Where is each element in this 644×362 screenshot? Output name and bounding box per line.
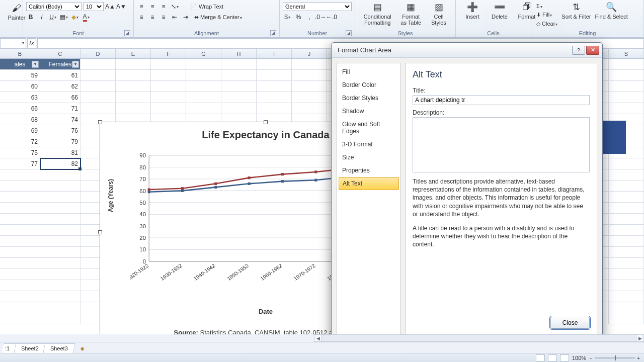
cell[interactable]	[292, 59, 327, 70]
cell[interactable]	[151, 81, 186, 92]
cell[interactable]	[609, 236, 644, 247]
cell[interactable]	[609, 214, 644, 225]
cell[interactable]	[0, 169, 40, 180]
cell[interactable]	[609, 302, 644, 313]
cell[interactable]	[221, 70, 257, 81]
autosum-button[interactable]: Σ▾	[534, 2, 559, 10]
cell[interactable]	[609, 70, 644, 81]
cell[interactable]	[257, 59, 292, 70]
cell[interactable]: 79	[40, 136, 80, 147]
zoom-slider[interactable]	[595, 357, 635, 359]
cell[interactable]	[221, 59, 257, 70]
align-right-button[interactable]: ≡	[159, 13, 168, 22]
cell[interactable]	[80, 92, 116, 103]
column-header[interactable]: I	[257, 49, 292, 58]
cell[interactable]	[609, 313, 644, 324]
cell[interactable]	[609, 291, 644, 302]
cell[interactable]	[186, 103, 221, 114]
cell[interactable]: 71	[40, 103, 80, 114]
scroll-right-button[interactable]: ▶	[636, 334, 644, 342]
cell[interactable]	[40, 247, 80, 258]
cell[interactable]: 60	[0, 81, 40, 92]
cell[interactable]: 69	[0, 125, 40, 136]
filter-dropdown-icon[interactable]: ▾	[72, 61, 79, 68]
column-header[interactable]: C	[40, 49, 80, 58]
cell[interactable]	[151, 70, 186, 81]
name-box[interactable]: ▾	[0, 38, 26, 48]
cell[interactable]	[221, 103, 257, 114]
cell[interactable]	[0, 225, 40, 236]
merge-center-button[interactable]: ⬌ Merge & Center▾	[192, 13, 244, 22]
cell[interactable]: 63	[0, 92, 40, 103]
cell[interactable]	[609, 225, 644, 236]
cell[interactable]	[257, 70, 292, 81]
cell[interactable]	[151, 92, 186, 103]
cell[interactable]	[116, 70, 151, 81]
cell[interactable]	[40, 180, 80, 192]
cell[interactable]	[40, 280, 80, 291]
column-header[interactable]: S	[609, 49, 644, 58]
dialog-category-item[interactable]: Size	[337, 151, 400, 164]
cell[interactable]	[0, 291, 40, 302]
resize-handle[interactable]	[264, 120, 268, 124]
cell[interactable]	[609, 180, 644, 192]
percent-button[interactable]: %	[294, 13, 303, 22]
decrease-indent-button[interactable]: ⇤	[170, 13, 179, 22]
clear-button[interactable]: ◇ Clear▾	[534, 20, 559, 28]
cell[interactable]	[0, 192, 40, 203]
cell[interactable]	[609, 169, 644, 180]
column-header[interactable]: D	[80, 49, 116, 58]
conditional-formatting-button[interactable]: ▤Conditional Formatting	[358, 1, 396, 29]
cell[interactable]	[0, 247, 40, 258]
cell[interactable]: 59	[0, 70, 40, 81]
cell[interactable]	[186, 59, 221, 70]
cell[interactable]: 66	[40, 92, 80, 103]
table-header-cell[interactable]: ales▾	[0, 59, 40, 70]
alt-text-title-input[interactable]	[413, 95, 590, 105]
sheet-tab[interactable]: Sheet2	[14, 343, 46, 353]
cell[interactable]	[40, 258, 80, 269]
close-button[interactable]: Close	[550, 317, 590, 329]
resize-handle[interactable]	[98, 230, 102, 234]
cell[interactable]	[80, 81, 116, 92]
cell[interactable]: 77	[0, 158, 40, 169]
cell[interactable]	[186, 81, 221, 92]
dialog-category-item[interactable]: Border Color	[337, 78, 400, 92]
orientation-button[interactable]: ⤡▾	[170, 2, 179, 11]
resize-handle[interactable]	[98, 120, 102, 124]
cell[interactable]	[80, 70, 116, 81]
cell[interactable]: 74	[40, 114, 80, 125]
dialog-category-item[interactable]: Glow and Soft Edges	[337, 118, 400, 138]
cell[interactable]	[80, 59, 116, 70]
cell[interactable]	[609, 247, 644, 258]
column-header[interactable]: G	[186, 49, 221, 58]
cell[interactable]	[0, 214, 40, 225]
zoom-out-button[interactable]: −	[589, 355, 592, 361]
cell[interactable]	[80, 103, 116, 114]
underline-button[interactable]: U▾	[48, 13, 57, 22]
new-sheet-button[interactable]: ✸	[77, 345, 88, 353]
cell[interactable]	[116, 92, 151, 103]
cell[interactable]	[40, 291, 80, 302]
help-button[interactable]: ?	[572, 46, 585, 55]
cell[interactable]	[40, 313, 80, 324]
table-header-cell[interactable]: Females▾	[40, 59, 80, 70]
italic-button[interactable]: I	[37, 13, 46, 22]
cell[interactable]	[40, 169, 80, 180]
dialog-category-item[interactable]: Border Styles	[337, 92, 400, 105]
column-header[interactable]: H	[221, 49, 257, 58]
cell[interactable]: 81	[40, 147, 80, 158]
format-as-table-button[interactable]: ▦Format as Table	[396, 1, 425, 29]
cell[interactable]	[609, 258, 644, 269]
column-header[interactable]: B	[0, 49, 40, 58]
delete-cells-button[interactable]: ➖Delete	[486, 1, 513, 29]
cell[interactable]	[40, 214, 80, 225]
align-bottom-button[interactable]: ≡	[159, 2, 168, 11]
cell[interactable]	[292, 70, 327, 81]
cell[interactable]: 62	[40, 81, 80, 92]
font-size-select[interactable]: 10	[84, 2, 104, 11]
cell[interactable]	[186, 70, 221, 81]
currency-button[interactable]: $▾	[283, 13, 292, 22]
cell[interactable]	[609, 280, 644, 291]
cell[interactable]	[40, 203, 80, 214]
